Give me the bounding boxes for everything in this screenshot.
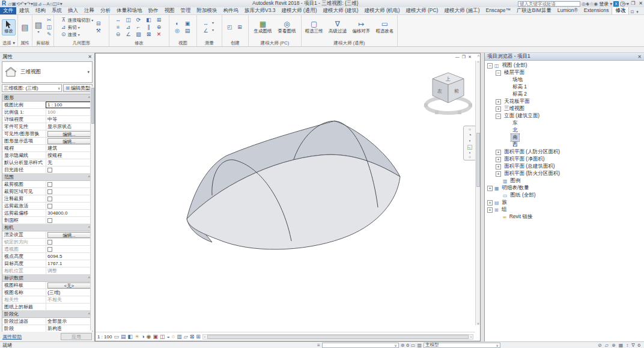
expand-icon[interactable]: + <box>496 150 501 155</box>
split-icon[interactable]: ⊿ <box>124 24 132 31</box>
paste-button[interactable]: ▤▾ <box>33 20 44 34</box>
property-row[interactable]: 裁剪区域可见 <box>2 188 92 195</box>
apply-button[interactable]: 应用 <box>61 333 92 340</box>
select-links-icon[interactable]: ⊘ <box>598 343 602 348</box>
tree-item[interactable]: +天花板平面 <box>485 98 644 105</box>
geometry-tool[interactable]: ⊙连接▾ <box>61 31 94 38</box>
dropdown-caret-icon[interactable]: ▾ <box>212 20 217 27</box>
ribbon-tab[interactable]: 建筑 <box>16 7 32 14</box>
view-minimize-icon[interactable]: — <box>455 55 460 60</box>
render-icon[interactable]: ◐ <box>174 20 181 27</box>
view-template-icon[interactable]: ▤ <box>184 28 192 34</box>
minimize-icon[interactable]: — <box>622 0 627 7</box>
copy-icon[interactable]: ◫ <box>124 17 132 23</box>
measure-angle-icon[interactable]: ∠ <box>202 28 210 34</box>
properties-help-link[interactable]: 属性帮助 <box>2 334 22 340</box>
demolish-icon[interactable]: ⚒ <box>94 28 102 34</box>
collapse-icon[interactable]: − <box>496 114 501 119</box>
ribbon-tab[interactable]: 构件坞 <box>220 7 242 14</box>
property-row[interactable]: 锁定的方向 <box>2 239 92 246</box>
scroll-right-icon[interactable]: › <box>469 335 473 338</box>
property-row[interactable]: 可见性/图形替换编辑... <box>2 130 92 138</box>
view-close-icon[interactable]: ✕ <box>468 55 472 60</box>
show-crop-icon[interactable]: ◫ <box>160 333 165 340</box>
match-type-icon[interactable]: ✎ <box>45 31 53 38</box>
more-caret-icon[interactable]: ▾ <box>60 1 62 7</box>
crop-view-icon[interactable]: ▣ <box>153 333 158 340</box>
section-box-icon[interactable]: ▣ <box>184 20 192 27</box>
property-row[interactable]: 相关性不相关 <box>2 296 92 304</box>
offset-align-button[interactable]: ↦偏移对齐 <box>350 20 372 34</box>
property-edit-button[interactable]: 编辑... <box>47 232 91 238</box>
select-pinned-icon[interactable]: ⊕ <box>612 343 616 348</box>
temporary-hide-icon[interactable]: ◒ <box>166 333 169 340</box>
render-dialog-icon[interactable]: ◉ <box>147 333 151 340</box>
ribbon-tab[interactable]: 广联达BIM算量 <box>514 7 554 14</box>
property-checkbox[interactable] <box>47 204 52 209</box>
worksets-select[interactable]: ∨ <box>322 343 399 348</box>
ribbon-tab[interactable]: Enscape™ <box>482 7 514 14</box>
property-row[interactable]: 阶段过滤器全部显示 <box>2 318 92 325</box>
worksets-icon[interactable]: ▭ <box>411 343 416 348</box>
tree-item[interactable]: +▤族 <box>485 199 644 206</box>
detail-level-icon[interactable]: ▤ <box>121 333 126 340</box>
navbar-caret-icon[interactable]: ▾ <box>469 139 471 142</box>
tree-item[interactable]: 北 <box>485 127 644 134</box>
property-row[interactable]: 视图名称{三维} <box>2 289 92 296</box>
tree-item[interactable]: +⊞组 <box>485 206 644 213</box>
property-row[interactable]: 远剪裁偏移304800.0 <box>2 210 92 217</box>
filter-icon[interactable]: ∇ <box>631 343 634 348</box>
scroll-up-icon[interactable]: ^ <box>478 54 479 58</box>
tree-item[interactable]: +三维视图 <box>485 105 644 112</box>
expand-icon[interactable]: + <box>487 186 493 191</box>
expand-icon[interactable]: + <box>496 157 501 162</box>
property-checkbox[interactable] <box>47 182 52 187</box>
mass-model[interactable] <box>174 114 414 258</box>
expand-icon[interactable]: + <box>487 200 493 206</box>
expand-icon[interactable]: + <box>487 207 493 213</box>
property-row[interactable]: 图纸上的标题 <box>2 304 92 311</box>
ribbon-tab[interactable]: 注释 <box>81 7 97 14</box>
cut-icon[interactable]: ✂ <box>45 17 53 23</box>
sun-path-icon[interactable]: ☀ <box>135 333 139 340</box>
sign-in-caret-icon[interactable]: ▾ <box>610 1 612 7</box>
scrollbar-down-icon[interactable]: v <box>476 322 481 325</box>
property-row[interactable]: 视图比例1 : 100 <box>2 102 92 109</box>
steering-wheel-icon[interactable]: ◔ <box>468 132 472 138</box>
properties-toggle-button[interactable]: ▤ <box>19 23 30 32</box>
tree-item[interactable]: 标高 2 <box>485 91 644 98</box>
drag-on-selection-icon[interactable]: ↕ <box>626 343 628 348</box>
expand-icon[interactable]: + <box>496 171 501 177</box>
view-scale-button[interactable]: 1 : 100 <box>97 334 112 340</box>
tree-item[interactable]: −立面 (建筑立面) <box>485 112 644 120</box>
paste-aligned-icon[interactable]: ▨ <box>135 31 142 38</box>
navbar-caret2-icon[interactable]: ▾ <box>469 151 471 154</box>
unpin-icon[interactable]: ⊖ <box>114 31 122 38</box>
property-row[interactable]: 剖面框 <box>2 217 92 224</box>
create-component-icon[interactable]: ◰ <box>226 24 234 31</box>
type-selector[interactable]: 三维视图 ▾ <box>2 61 93 83</box>
array-icon[interactable]: ⊞ <box>155 17 163 23</box>
property-row[interactable]: 远剪裁激活 <box>2 203 92 210</box>
show-constraints-icon[interactable]: ⊞ <box>196 333 201 340</box>
pin-icon[interactable]: ⊕ <box>155 24 163 31</box>
modify-tool-button[interactable]: 修改 <box>2 19 16 35</box>
tree-item[interactable]: +面积平面 (净面积) <box>485 156 644 163</box>
create-group-icon[interactable]: ⊞ <box>236 24 244 31</box>
sync-icon[interactable]: ⟲ <box>16 1 20 7</box>
scale-icon[interactable]: ∠ <box>124 31 132 38</box>
sign-in-button[interactable]: 登录 <box>599 1 609 7</box>
property-row[interactable]: 裁剪视图 <box>2 181 92 188</box>
copy-icon[interactable]: ◫ <box>45 24 53 31</box>
tree-item[interactable]: 场地 <box>485 76 644 84</box>
modify-panel-caret-icon[interactable]: ▾ <box>635 10 640 14</box>
reveal-hidden-icon[interactable]: ○ <box>172 333 175 340</box>
tree-item[interactable]: ∞Revit 链接 <box>485 213 644 221</box>
select-underlay-icon[interactable]: ▱ <box>605 343 609 348</box>
collapse-icon[interactable]: − <box>487 63 493 69</box>
box-rename-button[interactable]: ▭框选改名 <box>374 20 396 34</box>
property-row[interactable]: 视图样板<无> <box>2 282 92 289</box>
section-icon[interactable]: ◫ <box>53 1 58 7</box>
scrollbar-up-icon[interactable]: ^ <box>476 61 481 64</box>
trim-icon[interactable]: ⌐ <box>135 24 142 31</box>
